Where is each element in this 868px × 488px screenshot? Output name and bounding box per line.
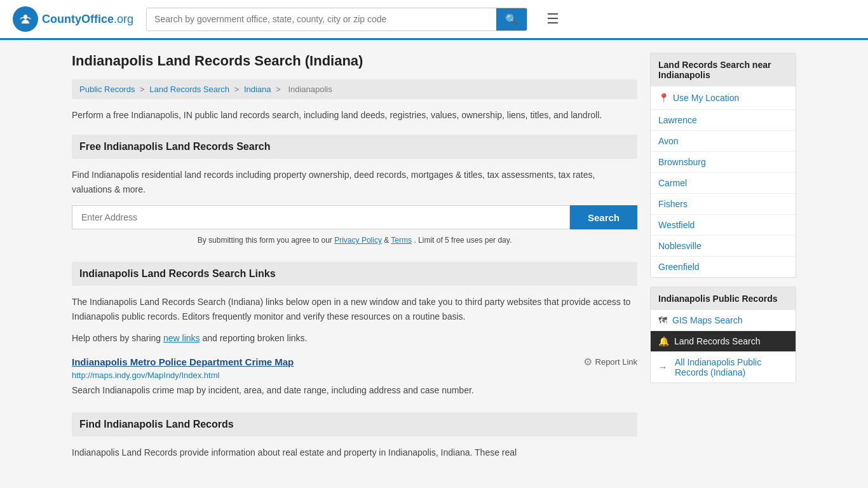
- breadcrumb-indianapolis: Indianapolis: [288, 85, 332, 94]
- sidebar-item-gis-maps[interactable]: 🗺 GIS Maps Search: [651, 310, 796, 331]
- report-link-btn[interactable]: ⚙ Report Link: [583, 356, 637, 368]
- links-share: Help others by sharing new links and rep…: [72, 331, 637, 345]
- main-content: Indianapolis Land Records Search (Indian…: [72, 53, 637, 466]
- logo-text: CountyOffice.org: [42, 13, 133, 26]
- page-title: Indianapolis Land Records Search (Indian…: [72, 53, 637, 69]
- links-intro: The Indianapolis Land Records Search (In…: [72, 295, 637, 323]
- search-button[interactable]: Search: [570, 205, 637, 229]
- breadcrumb-public-records[interactable]: Public Records: [79, 85, 135, 94]
- sidebar-item-all-label: All Indianapolis Public Records (Indiana…: [675, 357, 788, 377]
- link-card-1-desc: Search Indianapolis crime map by inciden…: [72, 384, 637, 397]
- free-search-section: Free Indianapolis Land Records Search Fi…: [72, 135, 637, 247]
- sidebar-public-records-header: Indianapolis Public Records: [651, 287, 796, 310]
- use-location-label: Use My Location: [673, 93, 739, 103]
- report-icon: ⚙: [583, 356, 592, 368]
- sidebar-item-land-records[interactable]: 🔔 Land Records Search: [651, 331, 796, 352]
- sidebar-near-section: Land Records Search near Indianapolis 📍 …: [650, 53, 796, 278]
- breadcrumb-indiana[interactable]: Indiana: [244, 85, 271, 94]
- logo-icon: [13, 6, 38, 32]
- sidebar-item-gis-label: GIS Maps Search: [672, 315, 743, 325]
- breadcrumb-sep-3: >: [276, 85, 283, 94]
- report-link-label: Report Link: [595, 357, 637, 367]
- global-search-button[interactable]: 🔍: [496, 8, 527, 30]
- near-item-brownsburg[interactable]: Brownsburg: [651, 152, 796, 173]
- sidebar-public-records-section: Indianapolis Public Records 🗺 GIS Maps S…: [650, 287, 796, 383]
- global-search-input[interactable]: [147, 8, 496, 30]
- use-location-btn[interactable]: 📍 Use My Location: [651, 86, 796, 110]
- near-item-avon[interactable]: Avon: [651, 131, 796, 152]
- hamburger-icon: ☰: [546, 11, 559, 27]
- free-search-header: Free Indianapolis Land Records Search: [72, 135, 637, 159]
- breadcrumb-land-records[interactable]: Land Records Search: [149, 85, 229, 94]
- menu-button[interactable]: ☰: [546, 11, 559, 27]
- near-item-lawrence[interactable]: Lawrence: [651, 110, 796, 131]
- header: CountyOffice.org 🔍 ☰: [0, 0, 868, 40]
- intro-text: Perform a free Indianapolis, IN public l…: [72, 108, 637, 122]
- free-search-desc: Find Indianapolis residential land recor…: [72, 168, 637, 196]
- link-card-1: Indianapolis Metro Police Department Cri…: [72, 356, 637, 397]
- breadcrumb: Public Records > Land Records Search > I…: [72, 79, 637, 99]
- gis-map-icon: 🗺: [658, 315, 667, 325]
- land-records-icon: 🔔: [658, 336, 669, 346]
- address-form: Search: [72, 205, 637, 229]
- form-disclaimer: By submitting this form you agree to our…: [72, 234, 637, 247]
- link-card-1-header: Indianapolis Metro Police Department Cri…: [72, 356, 637, 368]
- privacy-policy-link[interactable]: Privacy Policy: [334, 236, 382, 245]
- near-item-carmel[interactable]: Carmel: [651, 173, 796, 194]
- sidebar-item-land-label: Land Records Search: [674, 336, 760, 346]
- breadcrumb-sep-1: >: [140, 85, 147, 94]
- content-wrapper: Indianapolis Land Records Search (Indian…: [59, 40, 809, 478]
- sidebar: Land Records Search near Indianapolis 📍 …: [650, 53, 796, 466]
- near-item-fishers[interactable]: Fishers: [651, 194, 796, 215]
- links-section: Indianapolis Land Records Search Links T…: [72, 262, 637, 396]
- address-input[interactable]: [72, 205, 570, 229]
- location-pin-icon: 📍: [658, 93, 669, 103]
- find-desc: Indianapolis Land Records provide inform…: [72, 445, 637, 459]
- breadcrumb-sep-2: >: [234, 85, 241, 94]
- logo[interactable]: CountyOffice.org: [13, 6, 133, 32]
- sidebar-item-all-public-records[interactable]: → All Indianapolis Public Records (India…: [651, 352, 796, 383]
- near-item-noblesville[interactable]: Noblesville: [651, 236, 796, 257]
- find-section: Find Indianapolis Land Records Indianapo…: [72, 412, 637, 459]
- near-item-westfield[interactable]: Westfield: [651, 215, 796, 236]
- sidebar-near-header: Land Records Search near Indianapolis: [651, 53, 796, 86]
- search-icon: 🔍: [505, 14, 518, 25]
- arrow-right-icon: →: [658, 362, 667, 372]
- link-card-1-url[interactable]: http://maps.indy.gov/MapIndy/Index.html: [72, 370, 637, 380]
- near-item-greenfield[interactable]: Greenfield: [651, 257, 796, 277]
- global-search-bar: 🔍: [146, 8, 527, 31]
- new-links-link[interactable]: new links: [163, 333, 200, 343]
- links-section-header: Indianapolis Land Records Search Links: [72, 262, 637, 286]
- terms-link[interactable]: Terms: [391, 236, 412, 245]
- link-card-1-title[interactable]: Indianapolis Metro Police Department Cri…: [72, 356, 294, 367]
- find-header: Find Indianapolis Land Records: [72, 412, 637, 437]
